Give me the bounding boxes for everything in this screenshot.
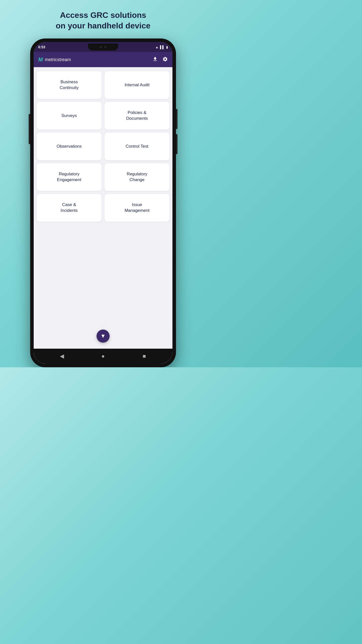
tile-internal-audit[interactable]: Internal Audit	[105, 71, 169, 99]
status-bar: 6:53 ▲ ▌▌ ▮	[34, 42, 172, 52]
signal-icon: ▌▌	[160, 45, 165, 49]
settings-icon[interactable]	[162, 56, 168, 63]
tile-observations[interactable]: Observations	[37, 133, 102, 160]
tiles-grid: BusinessContinuity Internal Audit Survey…	[37, 71, 169, 222]
page-title: Access GRC solutions on your handheld de…	[56, 10, 151, 31]
app-logo: M metricstream	[38, 56, 71, 63]
tile-label-surveys: Surveys	[61, 113, 77, 119]
tile-policies-documents[interactable]: Policies &Documents	[105, 102, 169, 130]
phone-screen: 6:53 ▲ ▌▌ ▮ M metricstream	[34, 42, 172, 364]
tile-surveys[interactable]: Surveys	[37, 102, 102, 130]
logo-text: metricstream	[45, 57, 71, 62]
home-button[interactable]: ●	[98, 351, 108, 361]
tile-label-regulatory-change: RegulatoryChange	[127, 171, 147, 183]
tile-label-regulatory-engagement: RegulatoryEngagement	[57, 171, 81, 183]
status-time: 6:53	[38, 45, 45, 49]
side-button-right2	[176, 134, 177, 154]
recents-button[interactable]: ■	[139, 351, 149, 361]
tile-business-continuity[interactable]: BusinessContinuity	[37, 71, 102, 99]
tile-regulatory-engagement[interactable]: RegulatoryEngagement	[37, 163, 102, 191]
tile-label-policies-documents: Policies &Documents	[126, 110, 148, 122]
tile-control-test[interactable]: Control Test	[105, 133, 169, 160]
side-button-left	[29, 114, 30, 144]
wifi-icon: ▲	[155, 45, 159, 49]
tile-label-issue-management: IssueManagement	[124, 202, 149, 214]
status-icons: ▲ ▌▌ ▮	[155, 45, 168, 49]
back-icon: ◀	[60, 353, 64, 359]
battery-icon: ▮	[166, 45, 168, 49]
tile-label-business-continuity: BusinessContinuity	[60, 79, 79, 91]
tile-label-control-test: Control Test	[126, 144, 148, 149]
notch	[88, 44, 118, 51]
recents-icon: ■	[143, 353, 146, 359]
logo-m-icon: M	[38, 56, 43, 63]
tile-label-observations: Observations	[57, 144, 82, 149]
chevron-down-icon: ▼	[100, 333, 106, 339]
home-icon: ●	[101, 353, 105, 359]
app-content: BusinessContinuity Internal Audit Survey…	[34, 67, 172, 349]
header-icons	[152, 56, 168, 63]
upload-icon[interactable]	[152, 56, 158, 63]
fab-scroll-down[interactable]: ▼	[97, 330, 110, 343]
side-button-right	[176, 109, 177, 129]
tile-regulatory-change[interactable]: RegulatoryChange	[105, 163, 169, 191]
tile-label-case-incidents: Case &Incidents	[61, 202, 78, 214]
back-button[interactable]: ◀	[57, 351, 67, 361]
tile-label-internal-audit: Internal Audit	[124, 82, 149, 88]
camera-dot-left	[100, 46, 102, 48]
camera-dot-right	[104, 46, 107, 48]
tile-case-incidents[interactable]: Case &Incidents	[37, 194, 102, 222]
tile-issue-management[interactable]: IssueManagement	[105, 194, 169, 222]
phone-shell: 6:53 ▲ ▌▌ ▮ M metricstream	[30, 38, 176, 367]
bottom-nav: ◀ ● ■	[34, 349, 172, 364]
app-header: M metricstream	[34, 52, 172, 67]
